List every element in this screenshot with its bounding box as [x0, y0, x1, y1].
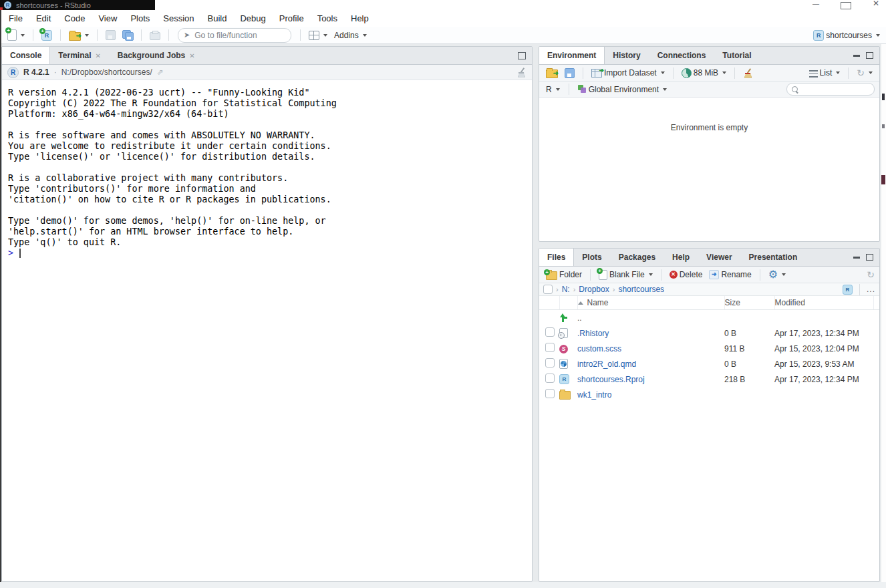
menu-item[interactable]: View — [92, 10, 124, 27]
row-checkbox[interactable] — [545, 327, 555, 337]
close-icon[interactable] — [871, 0, 881, 9]
new-project-icon — [41, 30, 52, 41]
chevron-down-icon — [869, 71, 873, 74]
more-file-commands-button[interactable] — [766, 268, 788, 281]
open-file-button[interactable] — [67, 29, 91, 42]
maximize-icon[interactable] — [841, 2, 851, 9]
menu-item[interactable]: Plots — [124, 10, 156, 27]
open-workspace-button[interactable] — [544, 66, 560, 80]
file-size: 218 B — [724, 375, 745, 384]
close-icon[interactable] — [189, 51, 194, 60]
table-row-custom-scss[interactable]: custom.scss 911 B Apr 15, 2023, 12:04 PM — [539, 341, 879, 356]
clear-console-broom-icon[interactable] — [516, 67, 527, 78]
tab-presentation[interactable]: Presentation — [741, 249, 806, 266]
size-column-header[interactable]: Size — [724, 296, 774, 310]
rproject-badge-icon[interactable] — [843, 285, 853, 295]
menu-item[interactable]: Edit — [29, 10, 57, 27]
addins-button[interactable]: Addins — [332, 29, 369, 41]
table-row-rhistory[interactable]: .Rhistory 0 B Apr 17, 2023, 12:34 PM — [539, 325, 879, 341]
up-level-icon[interactable] — [559, 313, 569, 323]
maximize-pane-icon[interactable] — [866, 52, 873, 59]
tab-terminal[interactable]: Terminal — [50, 47, 110, 64]
import-dataset-button[interactable]: Import Dataset — [589, 67, 667, 79]
tab-help[interactable]: Help — [664, 249, 698, 266]
goto-directory-icon[interactable] — [157, 67, 164, 77]
window-controls — [811, 0, 881, 9]
table-row-wk1-intro[interactable]: wk1_intro — [539, 387, 879, 402]
minimize-pane-icon[interactable] — [853, 257, 860, 259]
chevron-down-icon — [649, 273, 653, 276]
file-name[interactable]: custom.scss — [577, 344, 621, 353]
tab-background-jobs[interactable]: Background Jobs — [110, 47, 204, 64]
minimize-icon[interactable] — [811, 0, 821, 9]
folder-icon — [559, 391, 571, 400]
memory-usage-button[interactable]: 88 MiB — [680, 67, 728, 80]
tab-plots[interactable]: Plots — [574, 249, 610, 266]
goto-file-function-input[interactable] — [193, 30, 299, 41]
row-checkbox[interactable] — [545, 374, 555, 383]
breadcrumb-more[interactable]: ... — [867, 285, 875, 294]
minimize-pane-icon[interactable] — [853, 55, 860, 57]
menu-item[interactable]: Help — [344, 10, 376, 27]
chevron-down-icon — [323, 34, 327, 37]
tab-history[interactable]: History — [605, 47, 649, 64]
new-project-button[interactable] — [39, 29, 54, 42]
project-selector[interactable]: shortcourses — [811, 29, 882, 42]
maximize-pane-icon[interactable] — [866, 254, 873, 261]
table-row-parent-dir[interactable]: .. — [539, 310, 879, 326]
environment-search-input[interactable] — [801, 85, 869, 94]
menu-item[interactable]: Build — [201, 10, 234, 27]
menu-item[interactable]: Tools — [311, 10, 344, 27]
refresh-files-icon[interactable] — [867, 270, 875, 279]
menu-item[interactable]: Debug — [233, 10, 272, 27]
table-row-intro2r-qmd[interactable]: intro2R_old.qmd 0 B Apr 15, 2023, 9:53 A… — [539, 356, 879, 372]
restore-pane-icon[interactable] — [518, 52, 526, 59]
file-name[interactable]: shortcourses.Rproj — [577, 375, 645, 384]
language-selector[interactable]: R — [544, 84, 562, 96]
refresh-environment-button[interactable] — [855, 67, 875, 79]
breadcrumb-shortcourses[interactable]: shortcourses — [618, 285, 664, 294]
file-name[interactable]: wk1_intro — [577, 390, 611, 400]
select-all-checkbox[interactable] — [543, 285, 553, 294]
file-name[interactable]: intro2R_old.qmd — [577, 359, 636, 369]
console-output-area[interactable]: R version 4.2.1 (2022-06-23 ucrt) -- "Fu… — [2, 80, 532, 259]
close-icon[interactable] — [95, 51, 100, 60]
tab-packages[interactable]: Packages — [611, 249, 664, 266]
new-file-button[interactable] — [5, 28, 27, 42]
tab-tutorial[interactable]: Tutorial — [714, 47, 760, 64]
tab-files[interactable]: Files — [539, 249, 574, 266]
blank-file-button[interactable]: Blank File — [597, 269, 655, 281]
table-row-rproj[interactable]: shortcourses.Rproj 218 B Apr 17, 2023, 1… — [539, 372, 879, 387]
pane-layout-button[interactable] — [307, 29, 329, 41]
menu-item[interactable]: Code — [57, 10, 92, 27]
breadcrumb-dropbox[interactable]: Dropbox — [579, 285, 609, 294]
save-button[interactable] — [104, 29, 118, 41]
environment-selector[interactable]: Global Environment — [576, 84, 669, 96]
tab-connections[interactable]: Connections — [649, 47, 715, 64]
row-checkbox[interactable] — [545, 389, 555, 398]
save-workspace-button[interactable] — [563, 67, 577, 80]
file-name[interactable]: .. — [577, 313, 582, 323]
name-column-header[interactable]: Name — [577, 296, 724, 310]
rename-button[interactable]: Rename — [707, 269, 753, 281]
menu-item[interactable]: File — [2, 10, 29, 27]
modified-column-header[interactable]: Modified — [774, 296, 873, 310]
tab-viewer[interactable]: Viewer — [698, 249, 740, 266]
list-view-button[interactable]: List — [807, 67, 843, 79]
breadcrumb-drive[interactable]: N: — [562, 285, 570, 294]
clear-objects-button[interactable] — [741, 67, 755, 80]
working-directory-label: N:/Dropbox/shortcourses/ — [61, 67, 152, 77]
new-folder-button[interactable]: Folder — [544, 269, 584, 281]
delete-button[interactable]: Delete — [668, 269, 705, 281]
row-checkbox[interactable] — [545, 343, 555, 352]
menu-item[interactable]: Profile — [273, 10, 311, 27]
environment-pane: Environment History Connections Tutorial — [539, 46, 880, 242]
tab-environment[interactable]: Environment — [539, 47, 605, 64]
file-name[interactable]: .Rhistory — [577, 329, 609, 338]
tab-console[interactable]: Console — [2, 47, 50, 64]
rproject-file-icon — [559, 374, 569, 384]
save-all-button[interactable] — [120, 29, 135, 41]
row-checkbox[interactable] — [545, 358, 555, 368]
print-button[interactable] — [148, 29, 162, 41]
menu-item[interactable]: Session — [156, 10, 200, 27]
